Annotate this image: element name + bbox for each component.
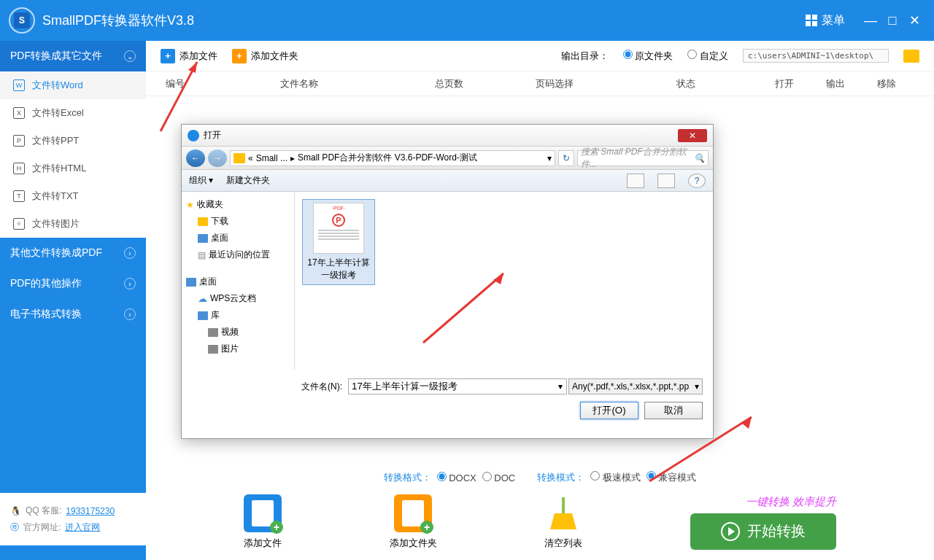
sidebar-cat-pdf-to-other[interactable]: PDF转换成其它文件 ⌄ <box>0 41 146 71</box>
svg-rect-0 <box>562 497 565 513</box>
picture-icon <box>208 345 218 354</box>
add-folder-action[interactable]: + 添加文件夹 <box>390 494 437 550</box>
dialog-titlebar: 打开 ✕ <box>182 125 713 147</box>
sidebar-item-word[interactable]: W文件转Word <box>0 71 146 99</box>
recent-icon: ▤ <box>198 250 206 260</box>
video-icon <box>208 328 218 337</box>
radio-fast-mode[interactable]: 极速模式 <box>590 471 641 484</box>
refresh-button[interactable]: ↻ <box>558 150 574 166</box>
sidebar-item-txt[interactable]: T文件转TXT <box>0 182 146 210</box>
output-path-field[interactable]: c:\users\ADMINI~1\desktop\ <box>743 49 889 63</box>
app-title: SmallPDF转换器软件V3.8 <box>42 12 194 29</box>
breadcrumb[interactable]: «Small ...▸ Small PDF合并分割软件 V3.6-PDF-Wor… <box>230 150 555 166</box>
mode-label: 转换模式： <box>537 471 584 484</box>
dialog-cancel-button[interactable]: 取消 <box>644 402 703 419</box>
dialog-file-list: ·PDF· P 17年上半年计算 一级报考 <box>295 192 713 370</box>
ppt-icon: P <box>13 135 25 147</box>
dialog-nav: ← → «Small ...▸ Small PDF合并分割软件 V3.6-PDF… <box>182 147 713 170</box>
nav-back-button[interactable]: ← <box>186 149 205 167</box>
tree-desktop[interactable]: 桌面 <box>185 230 291 246</box>
close-button[interactable]: ✕ <box>903 12 925 28</box>
sidebar: PDF转换成其它文件 ⌄ W文件转Word X文件转Excel P文件转PPT … <box>0 41 146 560</box>
desktop-icon <box>198 234 208 243</box>
sidebar-cat-other-to-pdf[interactable]: 其他文件转换成PDF› <box>0 238 146 268</box>
filename-input[interactable] <box>348 378 567 394</box>
sidebar-cat-pdf-ops[interactable]: PDF的其他操作› <box>0 268 146 299</box>
globe-icon: ⓔ <box>10 521 19 534</box>
menu-label: 菜单 <box>822 13 845 28</box>
play-icon <box>721 522 740 541</box>
sidebar-cat-ebook[interactable]: 电子书格式转换› <box>0 299 146 330</box>
site-link[interactable]: 进入官网 <box>65 521 100 534</box>
radio-original-folder[interactable]: 原文件夹 <box>623 50 674 63</box>
efficiency-text: 一键转换 效率提升 <box>690 495 836 509</box>
titlebar: S SmallPDF转换器软件V3.8 菜单 — □ ✕ <box>0 0 934 41</box>
txt-icon: T <box>13 190 25 202</box>
view-mode-button[interactable] <box>657 174 675 188</box>
app-logo-icon: S <box>9 7 35 34</box>
radio-custom-folder[interactable]: 自定义 <box>687 50 728 63</box>
minimize-button[interactable]: — <box>860 13 881 28</box>
view-options-button[interactable] <box>627 174 644 188</box>
tree-favorites[interactable]: ★收藏夹 <box>185 196 291 213</box>
tree-library[interactable]: 库 <box>185 307 291 324</box>
sidebar-footer: 🐧QQ 客服:1933175230 ⓔ官方网址:进入官网 <box>0 493 146 545</box>
radio-doc[interactable]: DOC <box>482 472 516 483</box>
cloud-icon: ☁ <box>198 293 207 304</box>
star-icon: ★ <box>186 200 194 210</box>
chevron-down-icon: ⌄ <box>124 50 136 62</box>
radio-compat-mode[interactable]: 兼容模式 <box>647 471 697 484</box>
desktop-icon <box>186 278 196 287</box>
output-dir-label: 输出目录： <box>561 50 609 63</box>
search-icon: 🔍 <box>694 153 705 163</box>
table-header: 编号 文件名称 总页数 页码选择 状态 打开 输出 移除 <box>146 71 934 96</box>
dialog-tree: ★收藏夹 下载 桌面 ▤最近访问的位置 桌面 ☁WPS云文档 库 视频 图片 <box>182 192 295 370</box>
plus-icon: + <box>232 49 247 63</box>
start-convert-button[interactable]: 开始转换 <box>690 513 836 550</box>
tree-downloads[interactable]: 下载 <box>185 213 291 230</box>
dialog-search-input[interactable]: 搜索 Small PDF合并分割软件...🔍 <box>577 150 709 166</box>
format-label: 转换格式： <box>384 471 431 484</box>
dialog-open-button[interactable]: 打开(O) <box>580 402 638 419</box>
nav-forward-button[interactable]: → <box>208 149 227 167</box>
excel-icon: X <box>13 107 25 119</box>
open-file-dialog: 打开 ✕ ← → «Small ...▸ Small PDF合并分割软件 V3.… <box>181 124 714 439</box>
organize-button[interactable]: 组织 ▾ <box>189 174 213 187</box>
toolbar: +添加文件 +添加文件夹 输出目录： 原文件夹 自定义 c:\users\ADM… <box>146 41 934 71</box>
sidebar-item-ppt[interactable]: P文件转PPT <box>0 127 146 155</box>
new-folder-button[interactable]: 新建文件夹 <box>226 174 270 187</box>
maximize-button[interactable]: □ <box>881 13 903 28</box>
chevron-right-icon: › <box>124 308 136 320</box>
chevron-right-icon: › <box>124 278 136 289</box>
radio-docx[interactable]: DOCX <box>437 472 476 483</box>
grid-icon <box>806 15 817 26</box>
tree-pictures[interactable]: 图片 <box>185 341 291 357</box>
file-filter-dropdown[interactable]: Any(*.pdf,*.xls,*.xlsx,*.ppt,*.pp▾ <box>568 378 703 394</box>
tree-wps[interactable]: ☁WPS云文档 <box>185 290 291 307</box>
broom-icon <box>544 494 582 532</box>
bottom-panel: 转换格式： DOCX DOC 转换模式： 极速模式 兼容模式 + 添加文件 + … <box>146 464 934 560</box>
dialog-close-button[interactable]: ✕ <box>678 129 707 142</box>
add-folder-button[interactable]: +添加文件夹 <box>232 49 298 63</box>
help-button[interactable]: ? <box>688 174 706 188</box>
dialog-footer: 文件名(N): ▾ Any(*.pdf,*.xls,*.xlsx,*.ppt,*… <box>182 370 713 435</box>
tree-video[interactable]: 视频 <box>185 324 291 341</box>
sidebar-item-excel[interactable]: X文件转Excel <box>0 99 146 127</box>
html-icon: H <box>13 163 25 174</box>
library-icon <box>198 311 208 320</box>
qq-link[interactable]: 1933175230 <box>66 506 115 516</box>
filename-label: 文件名(N): <box>301 381 342 393</box>
tree-desktop2[interactable]: 桌面 <box>185 273 291 290</box>
sidebar-item-image[interactable]: ✧文件转图片 <box>0 210 146 238</box>
tree-recent[interactable]: ▤最近访问的位置 <box>185 246 291 263</box>
folder-icon <box>234 153 245 163</box>
menu-button[interactable]: 菜单 <box>806 13 845 28</box>
word-icon: W <box>13 79 25 91</box>
add-file-action[interactable]: + 添加文件 <box>244 494 282 550</box>
pdf-thumbnail-icon: ·PDF· P <box>313 203 364 254</box>
add-file-button[interactable]: +添加文件 <box>161 49 217 63</box>
sidebar-item-html[interactable]: H文件转HTML <box>0 155 146 182</box>
browse-folder-button[interactable] <box>903 50 919 63</box>
clear-list-action[interactable]: 清空列表 <box>544 494 582 550</box>
file-item[interactable]: ·PDF· P 17年上半年计算 一级报考 <box>302 199 375 285</box>
